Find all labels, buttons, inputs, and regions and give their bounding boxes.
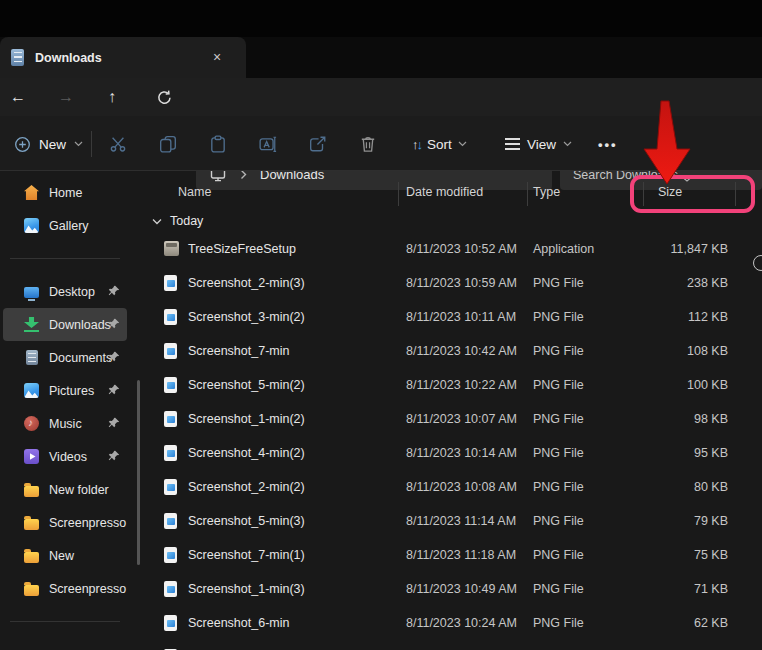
file-list: TreeSizeFreeSetup 8/11/2023 10:52 AM App… xyxy=(148,233,762,650)
file-type-icon xyxy=(164,309,177,325)
file-row[interactable]: TreeSizeFreeSetup 8/11/2023 10:52 AM App… xyxy=(148,233,762,267)
file-type: PNG File xyxy=(533,548,584,562)
sidebar-item[interactable]: Screenpresso xyxy=(3,506,127,539)
group-label: Today xyxy=(170,214,203,228)
file-row[interactable] xyxy=(148,641,762,650)
file-row[interactable]: Screenshot_3-min(2) 8/11/2023 10:11 AM P… xyxy=(148,301,762,335)
file-row[interactable]: Screenshot_5-min(3) 8/11/2023 11:14 AM P… xyxy=(148,505,762,539)
column-header-size[interactable]: Size xyxy=(658,185,682,199)
view-list-icon xyxy=(505,138,520,150)
sidebar-item[interactable]: New xyxy=(3,539,127,572)
sidebar-item-label: Downloads xyxy=(49,318,111,332)
file-row[interactable]: Screenshot_5-min(2) 8/11/2023 10:22 AM P… xyxy=(148,369,762,403)
column-header-name[interactable]: Name xyxy=(178,185,211,199)
tab-downloads[interactable]: Downloads × xyxy=(0,37,246,78)
file-type: PNG File xyxy=(533,412,584,426)
file-size: 238 KB xyxy=(618,276,728,290)
file-row[interactable]: Screenshot_7-min 8/11/2023 10:42 AM PNG … xyxy=(148,335,762,369)
file-type: PNG File xyxy=(533,514,584,528)
sidebar-item-label: Documents xyxy=(49,351,112,365)
sidebar-item-icon xyxy=(24,383,39,398)
file-row[interactable]: Screenshot_6-min 8/11/2023 10:24 AM PNG … xyxy=(148,607,762,641)
file-type-icon xyxy=(164,479,177,495)
file-row[interactable]: Screenshot_2-min(2) 8/11/2023 10:08 AM P… xyxy=(148,471,762,505)
sidebar-item-label: Pictures xyxy=(49,384,94,398)
file-size: 100 KB xyxy=(618,378,728,392)
sidebar-item[interactable]: Screenpresso xyxy=(3,572,127,605)
forward-icon[interactable]: → xyxy=(58,86,74,108)
paste-icon[interactable] xyxy=(209,135,227,153)
delete-icon[interactable] xyxy=(359,135,377,153)
file-type-icon xyxy=(164,343,177,359)
file-name: Screenshot_2-min(2) xyxy=(188,480,305,494)
rename-icon[interactable] xyxy=(259,135,277,153)
group-row-today[interactable]: Today xyxy=(148,206,762,236)
file-type-icon xyxy=(164,615,177,631)
chevron-down-icon xyxy=(563,141,572,147)
sidebar-item[interactable]: New folder xyxy=(3,473,127,506)
sidebar-item-label: New folder xyxy=(49,483,109,497)
sort-button[interactable]: ↑↓ Sort xyxy=(412,129,467,159)
sidebar-item[interactable]: Desktop xyxy=(3,275,127,308)
column-divider[interactable] xyxy=(735,182,736,206)
file-explorer-window: Downloads × + ← → ↑ Downloads Search Dow… xyxy=(0,0,762,650)
pin-icon xyxy=(108,450,120,462)
file-name: Screenshot_5-min(3) xyxy=(188,514,305,528)
file-row[interactable]: Screenshot_2-min(3) 8/11/2023 10:59 AM P… xyxy=(148,267,762,301)
desktop-background-strip xyxy=(0,0,762,37)
more-options-button[interactable]: ••• xyxy=(592,129,624,159)
sidebar-item-label: Screenpresso xyxy=(49,582,126,596)
sidebar-item[interactable]: Downloads xyxy=(3,308,127,341)
tab-close-icon[interactable]: × xyxy=(206,46,228,68)
new-button-label: New xyxy=(39,137,66,152)
share-icon[interactable] xyxy=(309,135,327,153)
sidebar-item-icon xyxy=(24,185,39,200)
file-date-modified: 8/11/2023 11:14 AM xyxy=(406,514,516,528)
column-divider[interactable] xyxy=(398,182,399,206)
tab-title: Downloads xyxy=(35,51,102,65)
sidebar-item[interactable]: Home xyxy=(3,176,127,209)
new-button[interactable]: New xyxy=(8,129,89,159)
file-row[interactable]: Screenshot_7-min(1) 8/11/2023 11:18 AM P… xyxy=(148,539,762,573)
sidebar-scrollbar[interactable] xyxy=(137,380,140,565)
file-name: TreeSizeFreeSetup xyxy=(188,242,296,256)
sort-arrows-icon: ↑↓ xyxy=(412,137,421,152)
file-name: Screenshot_7-min xyxy=(188,344,289,358)
file-type: PNG File xyxy=(533,276,584,290)
file-type: Application xyxy=(533,242,594,256)
refresh-icon[interactable] xyxy=(156,89,173,106)
sidebar-item[interactable]: Pictures xyxy=(3,374,127,407)
sort-descending-indicator-icon xyxy=(682,177,692,183)
column-divider[interactable] xyxy=(643,182,644,206)
file-row[interactable]: Screenshot_1-min(3) 8/11/2023 10:49 AM P… xyxy=(148,573,762,607)
sidebar-item[interactable]: Gallery xyxy=(3,209,127,242)
sidebar-item[interactable]: Documents xyxy=(3,341,127,374)
sidebar-item-icon xyxy=(26,350,38,365)
file-row[interactable]: Screenshot_4-min(2) 8/11/2023 10:14 AM P… xyxy=(148,437,762,471)
file-name: Screenshot_7-min(1) xyxy=(188,548,305,562)
file-type-icon xyxy=(164,241,179,256)
sidebar-item-label: Desktop xyxy=(49,285,95,299)
sidebar-item[interactable]: Videos xyxy=(3,440,127,473)
column-divider[interactable] xyxy=(527,182,528,206)
sidebar-item-icon xyxy=(24,585,39,596)
file-type-icon xyxy=(164,411,177,427)
column-header-date-modified[interactable]: Date modified xyxy=(406,185,483,199)
sidebar-separator xyxy=(10,621,120,622)
file-type-icon xyxy=(164,275,177,291)
file-type: PNG File xyxy=(533,310,584,324)
navigation-sidebar: Home Gallery Des xyxy=(0,172,130,650)
command-toolbar: New xyxy=(0,116,762,171)
file-row[interactable]: Screenshot_1-min(2) 8/11/2023 10:07 AM P… xyxy=(148,403,762,437)
cut-icon[interactable] xyxy=(109,135,127,153)
file-type-icon xyxy=(164,513,177,529)
back-icon[interactable]: ← xyxy=(10,86,26,108)
copy-icon[interactable] xyxy=(159,135,177,153)
group-collapse-chevron-icon[interactable] xyxy=(152,218,162,225)
column-header-type[interactable]: Type xyxy=(533,185,560,199)
sidebar-item[interactable]: Music xyxy=(3,407,127,440)
file-date-modified: 8/11/2023 10:07 AM xyxy=(406,412,517,426)
view-button[interactable]: View xyxy=(505,129,572,159)
file-name: Screenshot_5-min(2) xyxy=(188,378,305,392)
up-icon[interactable]: ↑ xyxy=(108,86,116,108)
